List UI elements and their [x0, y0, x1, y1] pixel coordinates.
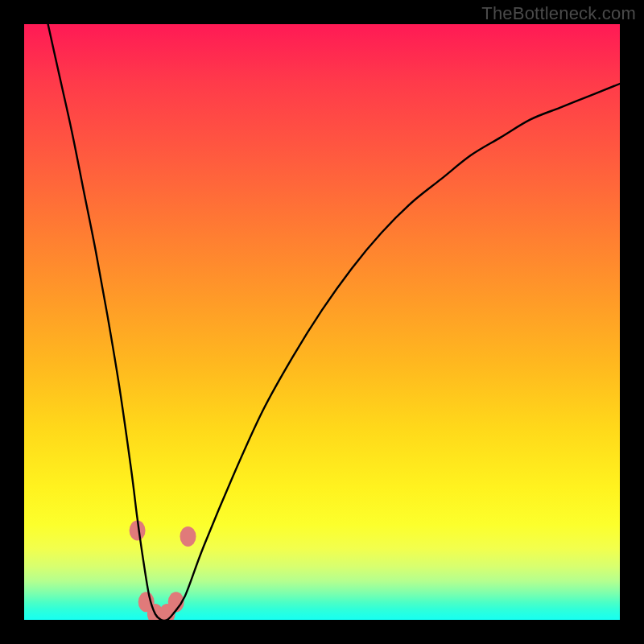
chart-svg: [24, 24, 620, 620]
attribution-text: TheBottleneck.com: [481, 3, 636, 24]
plot-area: [24, 24, 620, 620]
chart-root: TheBottleneck.com: [0, 0, 644, 644]
curve-marker: [180, 526, 196, 547]
